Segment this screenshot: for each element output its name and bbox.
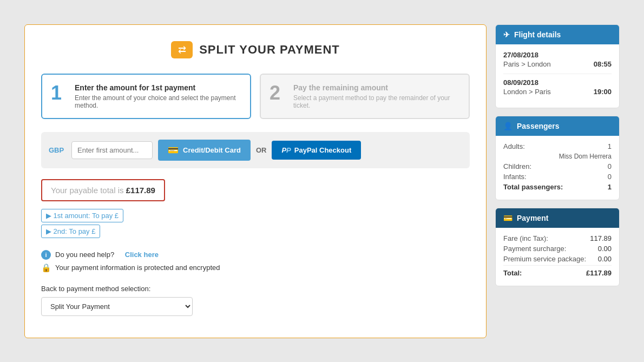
help-row: i Do you need help? Click here [41, 250, 470, 260]
currency-label: GBP [49, 146, 66, 154]
step-1-content: Enter the amount for 1st payment Enter t… [75, 83, 241, 109]
payment-card: 💳 Payment Fare (inc Tax): 117.89 Payment… [495, 208, 620, 286]
card-icon: 💳 [168, 145, 179, 155]
children-value: 0 [608, 162, 612, 170]
paypal-button[interactable]: PP PayPal Checkout [272, 141, 361, 160]
info-icon: i [41, 250, 51, 260]
paypal-logo-icon: PP [281, 146, 291, 154]
fare-value: 117.89 [590, 234, 612, 242]
premium-row: Premium service package: 0.00 [503, 255, 612, 263]
step-1-number: 1 [51, 83, 67, 103]
premium-label: Premium service package: [503, 255, 586, 263]
lock-icon: 🔒 [41, 263, 51, 273]
total-passengers-label: Total passengers: [503, 183, 563, 191]
payment-input-row: GBP 💳 Credit/Debit Card OR PP PayPal Che… [41, 132, 470, 168]
payable-amount: £117.89 [126, 186, 155, 195]
help-text: Do you need help? [55, 251, 114, 259]
payable-total-box: Your payable total is £117.89 [41, 179, 165, 201]
flight-row-1: 27/08/2018 Paris > London 08:55 [503, 51, 612, 68]
flight-details-card: ✈ Flight details 27/08/2018 Paris > Lond… [495, 24, 620, 108]
flight-2-date: 08/09/2018 [503, 78, 612, 87]
amount-breakdown: ▶ 1st amount: To pay £ ▶ 2nd: To pay £ [41, 209, 470, 238]
flight-2-time: 19:00 [594, 88, 612, 96]
total-passengers-value: 1 [608, 183, 612, 191]
card-header: ⇄ SPLIT YOUR PAYMENT [41, 41, 470, 58]
paypal-button-label: PayPal Checkout [294, 146, 352, 154]
passenger-name-row: Miss Dom Herrera [503, 153, 612, 160]
split-payment-icon: ⇄ [171, 41, 193, 58]
page-wrapper: ⇄ SPLIT YOUR PAYMENT 1 Enter the amount … [24, 24, 620, 338]
fare-row: Fare (inc Tax): 117.89 [503, 234, 612, 242]
credit-card-button[interactable]: 💳 Credit/Debit Card [158, 140, 251, 161]
step-2-description: Select a payment method to pay the remai… [293, 94, 460, 109]
step-2-heading: Pay the remaining amount [293, 83, 460, 92]
passengers-header: 👤 Passengers [496, 116, 619, 136]
help-section: i Do you need help? Click here 🔒 Your pa… [41, 250, 470, 273]
surcharge-label: Payment surcharge: [503, 245, 566, 253]
main-card: ⇄ SPLIT YOUR PAYMENT 1 Enter the amount … [24, 24, 487, 338]
passenger-name-value: Miss Dom Herrera [559, 153, 612, 160]
infants-row: Infants: 0 [503, 173, 612, 181]
security-text: Your payment information is protected an… [55, 264, 220, 272]
infants-value: 0 [608, 173, 612, 181]
surcharge-row: Payment surcharge: 0.00 [503, 245, 612, 253]
payment-sidebar-title: Payment [517, 214, 548, 222]
passengers-body: Adults: 1 Miss Dom Herrera Children: 0 I… [496, 136, 619, 200]
step-1: 1 Enter the amount for 1st payment Enter… [41, 74, 251, 119]
flight-details-body: 27/08/2018 Paris > London 08:55 08/09/20… [496, 44, 619, 108]
flight-1-time: 08:55 [594, 60, 612, 68]
back-payment-section: Back to payment method selection: Split … [41, 285, 470, 316]
security-row: 🔒 Your payment information is protected … [41, 263, 470, 273]
sidebar: ✈ Flight details 27/08/2018 Paris > Lond… [495, 24, 620, 286]
passengers-card: 👤 Passengers Adults: 1 Miss Dom Herrera … [495, 116, 620, 200]
total-label: Total: [503, 269, 522, 277]
flight-2-route: London > Paris 19:00 [503, 88, 612, 96]
plane-icon: ✈ [503, 30, 510, 39]
flight-details-header: ✈ Flight details [496, 25, 619, 44]
flight-1-origin-dest: Paris > London [503, 60, 551, 68]
flight-divider [503, 74, 612, 74]
back-payment-label: Back to payment method selection: [41, 285, 470, 293]
payment-sidebar-body: Fare (inc Tax): 117.89 Payment surcharge… [496, 228, 619, 286]
steps-row: 1 Enter the amount for 1st payment Enter… [41, 74, 470, 119]
total-row: Total: £117.89 [503, 265, 612, 277]
payment-method-select[interactable]: Split Your Payment [41, 297, 193, 316]
children-label: Children: [503, 162, 531, 170]
payable-prefix: Your payable total is [51, 186, 126, 195]
adults-row: Adults: 1 [503, 142, 612, 150]
adults-label: Adults: [503, 142, 525, 150]
step-1-heading: Enter the amount for 1st payment [75, 83, 241, 92]
or-separator: OR [256, 146, 267, 154]
flight-1-date: 27/08/2018 [503, 51, 612, 59]
total-value: £117.89 [586, 269, 612, 277]
fare-label: Fare (inc Tax): [503, 234, 548, 242]
step-2-content: Pay the remaining amount Select a paymen… [293, 83, 460, 109]
first-amount-link[interactable]: ▶ 1st amount: To pay £ [41, 209, 123, 222]
second-amount-link[interactable]: ▶ 2nd: To pay £ [41, 225, 100, 238]
help-link[interactable]: Click here [125, 251, 159, 259]
infants-label: Infants: [503, 173, 527, 181]
person-icon: 👤 [503, 122, 512, 130]
adults-value: 1 [608, 142, 612, 150]
flight-row-2: 08/09/2018 London > Paris 19:00 [503, 78, 612, 96]
surcharge-value: 0.00 [598, 245, 612, 253]
passengers-title: Passengers [517, 122, 560, 130]
step-1-description: Enter the amount of your choice and sele… [75, 94, 241, 109]
credit-card-icon-sidebar: 💳 [503, 214, 512, 222]
step-2: 2 Pay the remaining amount Select a paym… [260, 74, 470, 119]
premium-value: 0.00 [598, 255, 612, 263]
card-button-label: Credit/Debit Card [183, 146, 241, 154]
flight-2-origin-dest: London > Paris [503, 88, 551, 96]
flight-details-title: Flight details [514, 30, 561, 39]
step-2-number: 2 [270, 83, 286, 103]
children-row: Children: 0 [503, 162, 612, 170]
payment-sidebar-header: 💳 Payment [496, 208, 619, 228]
total-passengers-row: Total passengers: 1 [503, 183, 612, 191]
page-title: SPLIT YOUR PAYMENT [199, 43, 340, 57]
flight-1-route: Paris > London 08:55 [503, 60, 612, 68]
amount-input[interactable] [71, 141, 153, 159]
